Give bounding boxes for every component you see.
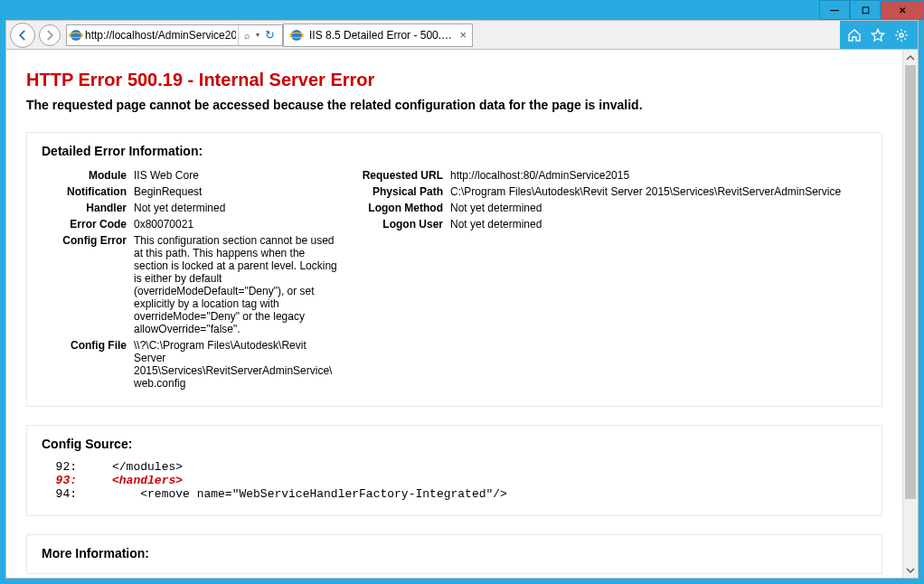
table-row: ModuleIIS Web Core	[42, 167, 340, 184]
ie-icon	[289, 28, 304, 42]
refresh-icon[interactable]: ↻	[265, 28, 275, 42]
table-row: Logon MethodNot yet determined	[358, 200, 867, 216]
window-titlebar: — ☐ ✕	[0, 0, 924, 20]
maximize-button[interactable]: ☐	[850, 0, 881, 20]
browser-window: — ☐ ✕ ⌕ ▾ ↻ IIS 8.5 Detailed Error - 500…	[0, 0, 924, 584]
table-row: Error Code0x80070021	[42, 216, 340, 232]
page-subtitle: The requested page cannot be accessed be…	[26, 98, 882, 112]
search-icon[interactable]: ⌕	[244, 30, 250, 41]
detailed-error-box: Detailed Error Information: ModuleIIS We…	[26, 132, 882, 407]
scroll-track[interactable]	[903, 65, 918, 562]
browser-tab[interactable]: IIS 8.5 Detailed Error - 500.1... ×	[283, 24, 473, 47]
svg-point-2	[291, 30, 302, 41]
dropdown-icon[interactable]: ▾	[256, 31, 259, 39]
home-icon[interactable]	[847, 28, 862, 42]
toolbar-right	[840, 21, 918, 50]
minimize-button[interactable]: —	[819, 0, 850, 20]
scroll-thumb[interactable]	[905, 65, 916, 499]
error-details-right: Requested URLhttp://localhost:80/AdminSe…	[358, 167, 867, 232]
table-row: HandlerNot yet determined	[42, 200, 340, 216]
more-info-header: More Information:	[42, 546, 867, 560]
detailed-error-header: Detailed Error Information:	[42, 144, 867, 158]
table-row: Requested URLhttp://localhost:80/AdminSe…	[358, 167, 867, 184]
table-row: Config ErrorThis configuration section c…	[42, 232, 340, 337]
table-row: NotificationBeginRequest	[42, 184, 340, 200]
chevron-down-icon	[906, 566, 915, 575]
error-page: HTTP Error 500.19 - Internal Server Erro…	[6, 50, 902, 578]
chevron-up-icon	[906, 53, 915, 62]
page-title: HTTP Error 500.19 - Internal Server Erro…	[26, 70, 882, 90]
svg-point-0	[71, 30, 81, 41]
scroll-up-button[interactable]	[903, 50, 918, 65]
config-source-header: Config Source:	[42, 437, 867, 451]
close-button[interactable]: ✕	[881, 0, 924, 20]
address-tools: ⌕ ▾ ↻	[238, 25, 280, 45]
more-info-box: More Information:	[26, 534, 882, 574]
address-bar[interactable]: ⌕ ▾ ↻	[66, 24, 283, 46]
error-details-left: ModuleIIS Web Core NotificationBeginRequ…	[42, 167, 340, 391]
vertical-scrollbar[interactable]	[902, 50, 918, 578]
url-input[interactable]	[83, 28, 238, 42]
arrow-left-icon	[16, 29, 29, 42]
table-row: Config File\\?\C:\Program Files\Autodesk…	[42, 337, 340, 391]
ie-icon	[69, 28, 83, 42]
table-row: Physical PathC:\Program Files\Autodesk\R…	[358, 184, 867, 200]
scroll-down-button[interactable]	[903, 562, 918, 578]
config-source-box: Config Source: 92: </modules> 93: <handl…	[26, 425, 882, 516]
arrow-right-icon	[43, 29, 56, 42]
tab-title: IIS 8.5 Detailed Error - 500.1...	[309, 29, 454, 42]
svg-point-4	[900, 33, 903, 37]
content-viewport: HTTP Error 500.19 - Internal Server Erro…	[5, 49, 919, 579]
gear-icon[interactable]	[894, 28, 909, 42]
config-source-code: 92: </modules> 93: <handlers> 94: <remov…	[42, 460, 867, 501]
back-button[interactable]	[10, 23, 35, 48]
favorites-icon[interactable]	[871, 28, 885, 42]
table-row: Logon UserNot yet determined	[358, 216, 867, 232]
forward-button[interactable]	[39, 24, 61, 46]
tab-close-button[interactable]: ×	[459, 28, 467, 42]
browser-toolbar: ⌕ ▾ ↻ IIS 8.5 Detailed Error - 500.1... …	[5, 20, 919, 49]
